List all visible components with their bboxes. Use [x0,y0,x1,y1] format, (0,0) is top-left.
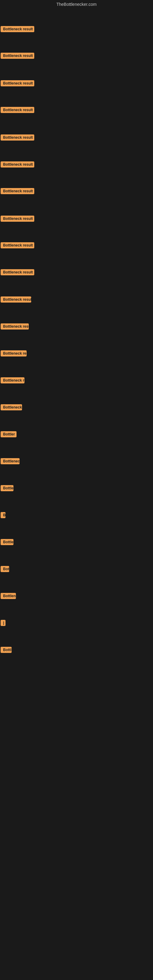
site-title-text: TheBottlenecker.com [56,2,97,7]
bottleneck-badge-4: Bottleneck result [1,107,34,113]
bottleneck-badge-5: Bottleneck result [1,134,34,140]
results-container: Bottleneck resultBottleneck resultBottle… [0,9,153,980]
bottleneck-badge-9: Bottleneck result [1,242,34,248]
bottleneck-result-row-19: B [1,512,5,519]
bottleneck-badge-3: Bottleneck result [1,80,34,86]
bottleneck-result-row-12: Bottleneck resu [1,323,29,331]
bottleneck-result-row-4: Bottleneck result [1,107,34,114]
bottleneck-badge-8: Bottleneck result [1,216,34,222]
bottleneck-result-row-8: Bottleneck result [1,216,34,223]
bottleneck-result-row-3: Bottleneck result [1,80,34,88]
bottleneck-badge-18: Bottle [1,485,13,491]
bottleneck-badge-19: B [1,512,5,518]
bottleneck-result-row-15: Bottleneck r [1,404,22,412]
bottleneck-result-row-9: Bottleneck result [1,242,34,250]
bottleneck-badge-24: Bottl [1,647,12,653]
bottleneck-badge-14: Bottleneck resu [1,377,24,383]
bottleneck-result-row-23: | [1,620,5,627]
bottleneck-badge-21: Bot [1,566,9,572]
bottleneck-badge-10: Bottleneck result [1,269,34,275]
bottleneck-result-row-7: Bottleneck result [1,188,34,196]
bottleneck-result-row-10: Bottleneck result [1,269,34,277]
bottleneck-result-row-16: Bottler [1,431,16,439]
bottleneck-badge-12: Bottleneck resu [1,323,29,329]
bottleneck-result-row-11: Bottleneck result [1,296,31,304]
bottleneck-result-row-20: Bottle [1,539,13,546]
bottleneck-badge-22: Bottlen [1,593,16,599]
bottleneck-badge-11: Bottleneck result [1,296,31,302]
bottleneck-result-row-17: Bottleneck [1,458,19,466]
bottleneck-badge-13: Bottleneck resu [1,350,27,356]
bottleneck-result-row-14: Bottleneck resu [1,377,24,385]
bottleneck-badge-17: Bottleneck [1,458,19,464]
bottleneck-result-row-1: Bottleneck result [1,26,34,33]
bottleneck-badge-15: Bottleneck r [1,404,22,410]
bottleneck-result-row-22: Bottlen [1,593,16,600]
bottleneck-badge-6: Bottleneck result [1,161,34,167]
bottleneck-badge-23: | [1,620,5,626]
bottleneck-badge-16: Bottler [1,431,16,438]
bottleneck-result-row-24: Bottl [1,647,12,654]
bottleneck-result-row-2: Bottleneck result [1,52,34,60]
bottleneck-badge-20: Bottle [1,539,13,545]
site-title: TheBottlenecker.com [0,0,153,9]
bottleneck-result-row-6: Bottleneck result [1,161,34,169]
bottleneck-badge-1: Bottleneck result [1,26,34,32]
bottleneck-result-row-18: Bottle [1,485,13,492]
bottleneck-result-row-5: Bottleneck result [1,134,34,142]
bottleneck-result-row-13: Bottleneck resu [1,350,27,358]
bottleneck-badge-2: Bottleneck result [1,52,34,59]
bottleneck-badge-7: Bottleneck result [1,188,34,194]
bottleneck-result-row-21: Bot [1,566,9,573]
